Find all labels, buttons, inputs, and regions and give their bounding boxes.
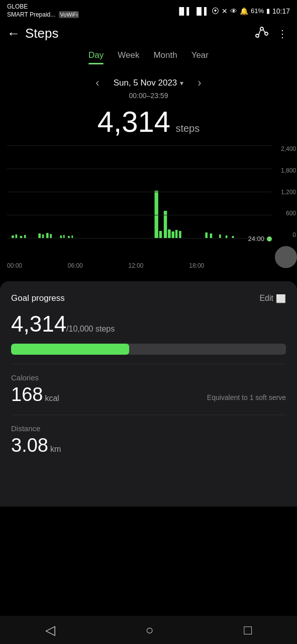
divider-2	[11, 415, 286, 415]
svg-point-0	[256, 34, 259, 37]
time-label-0600: 06:00	[68, 262, 83, 269]
graph-icon[interactable]	[255, 27, 268, 41]
date-nav: ‹ Sun, 5 Nov 2023 ▾ ›	[0, 76, 297, 90]
more-options-icon[interactable]: ⋮	[277, 28, 288, 40]
goal-steps-suffix: /10,000 steps	[66, 325, 115, 333]
chart-scroll-handle[interactable]	[275, 246, 297, 268]
signal2-icon: ▐▌▌	[194, 7, 209, 15]
grid-line	[7, 192, 272, 192]
calories-equivalent: Equivalent to 1 soft serve	[207, 393, 286, 406]
calories-row: 168kcal Equivalent to 1 soft serve	[11, 384, 286, 406]
tabs-container: Day Week Month Year	[0, 46, 297, 64]
status-right: ▐▌▌ ▐▌▌ ⦿ ✕ 👁 🔔 61% ▮ 10:17	[176, 7, 290, 15]
carrier-info: GLOBE SMART Prepaid... VoWiFi	[7, 3, 79, 19]
chart-24-marker: 24:00	[248, 235, 272, 243]
chart-grid	[7, 145, 272, 238]
time-range: 00:00–23:59	[0, 92, 297, 100]
chart-y-axis: 2,400 1,800 1,200 600 0	[274, 145, 296, 238]
prev-date-button[interactable]: ‹	[91, 76, 103, 90]
bell-icon: 🔔	[240, 7, 248, 15]
time-label-1800: 18:00	[189, 262, 204, 269]
y-label-2400: 2,400	[274, 145, 296, 152]
step-count-value: 4,314	[97, 105, 170, 138]
step-count-area: 4,314 steps	[0, 105, 297, 138]
bottom-nav: ◁ ○ □	[0, 616, 297, 644]
page-title: Steps	[25, 26, 59, 41]
grid-line	[7, 145, 272, 146]
goal-title: Goal progress	[11, 293, 65, 303]
tab-month[interactable]: Month	[153, 50, 177, 64]
goal-steps-display: 4,314/10,000 steps	[11, 311, 286, 337]
svg-line-3	[259, 30, 260, 35]
chart-time-labels: 00:00 06:00 12:00 18:00	[0, 262, 297, 269]
time-label-1200: 12:00	[129, 262, 144, 269]
eye-icon: 👁	[230, 7, 237, 15]
calories-value: 168	[11, 384, 43, 405]
status-bar: GLOBE SMART Prepaid... VoWiFi ▐▌▌ ▐▌▌ ⦿ …	[0, 0, 297, 21]
tab-week[interactable]: Week	[118, 50, 139, 64]
grid-line	[7, 238, 272, 238]
date-label[interactable]: Sun, 5 Nov 2023 ▾	[114, 78, 184, 88]
signal-icon: ▐▌▌	[176, 7, 191, 15]
progress-bar-fill	[11, 344, 129, 355]
y-label-600: 600	[274, 210, 296, 217]
step-count-unit: steps	[175, 123, 200, 134]
tab-day[interactable]: Day	[88, 50, 104, 64]
x-icon: ✕	[222, 7, 228, 15]
distance-label: Distance	[11, 424, 286, 433]
time-label-0000: 00:00	[7, 262, 22, 269]
grid-line	[7, 215, 272, 215]
time-label-spacer	[250, 262, 272, 269]
distance-value: 3.08	[11, 435, 48, 456]
svg-line-4	[263, 30, 265, 33]
calories-section: Calories 168kcal Equivalent to 1 soft se…	[11, 373, 286, 406]
goal-current-steps: 4,314	[11, 311, 66, 336]
goal-card: Goal progress Edit ⬜ 4,314/10,000 steps …	[0, 281, 297, 507]
chart-container: 2,400 1,800 1,200 600 0 24:00	[0, 145, 297, 261]
y-label-1200: 1,200	[274, 189, 296, 196]
goal-header: Goal progress Edit ⬜	[11, 293, 286, 303]
wifi-icon: ⦿	[212, 7, 219, 15]
calories-unit: kcal	[45, 394, 59, 403]
progress-bar-background	[11, 344, 286, 355]
top-nav: ← Steps ⋮	[0, 21, 297, 46]
battery-icon: ▮	[266, 7, 270, 15]
divider-1	[11, 364, 286, 364]
calories-label: Calories	[11, 373, 286, 382]
grid-line	[7, 169, 272, 169]
next-date-button[interactable]: ›	[193, 76, 205, 90]
edit-button[interactable]: Edit ⬜	[259, 294, 286, 303]
edit-icon: ⬜	[276, 294, 286, 303]
calories-value-container: 168kcal	[11, 384, 59, 406]
bottom-home-button[interactable]: ○	[146, 622, 154, 638]
marker-dot	[267, 236, 272, 242]
back-button[interactable]: ←	[7, 26, 20, 41]
bottom-back-button[interactable]: ◁	[45, 622, 55, 638]
y-label-0: 0	[274, 231, 296, 238]
date-dropdown-icon: ▾	[180, 79, 183, 87]
distance-value-container: 3.08km	[11, 435, 286, 456]
distance-section: Distance 3.08km	[11, 424, 286, 456]
svg-point-1	[260, 27, 263, 30]
bottom-recent-button[interactable]: □	[244, 622, 252, 638]
tab-year[interactable]: Year	[191, 50, 209, 64]
distance-unit: km	[50, 445, 61, 453]
svg-point-2	[265, 32, 268, 35]
y-label-1800: 1,800	[274, 167, 296, 174]
